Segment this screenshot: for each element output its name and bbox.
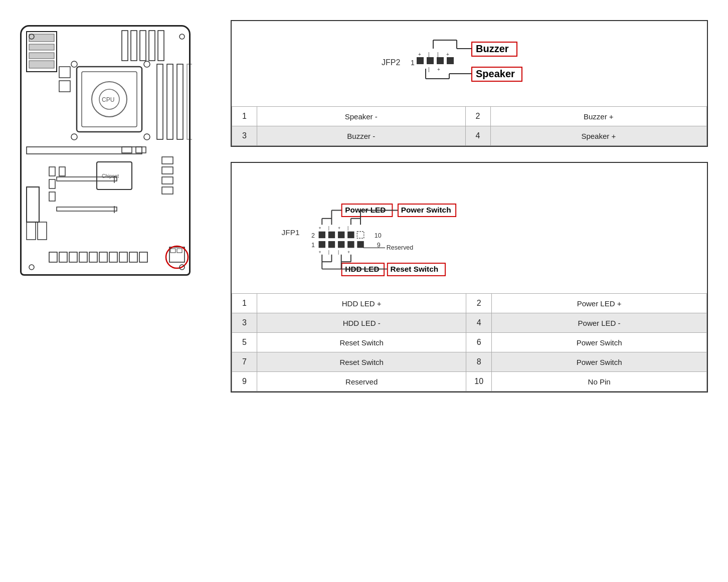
svg-text:+: + (418, 52, 421, 57)
jfp1-diagram-area: JFP1 2 1 10 9 (232, 163, 707, 293)
svg-text:1: 1 (411, 59, 415, 67)
jfp2-table: 1 Speaker - 2 Buzzer + 3 Buzzer - 4 Spea… (232, 106, 707, 146)
svg-rect-47 (139, 252, 147, 262)
svg-rect-42 (89, 252, 97, 262)
jfp1-table: 1 HDD LED + 2 Power LED + 3 HDD LED - 4 … (232, 293, 707, 392)
pin-number: 6 (466, 333, 492, 352)
pin-name: Power LED + (492, 294, 707, 313)
svg-rect-3 (29, 53, 54, 59)
pin-name: Buzzer - (257, 126, 466, 146)
svg-rect-96 (357, 232, 363, 238)
svg-rect-39 (59, 252, 67, 262)
svg-text:+: + (338, 226, 340, 231)
svg-text:|: | (428, 52, 430, 57)
svg-rect-36 (162, 177, 173, 184)
svg-text:+: + (437, 67, 440, 72)
svg-rect-57 (49, 167, 55, 176)
svg-point-21 (71, 134, 77, 140)
svg-rect-45 (119, 252, 127, 262)
svg-text:+: + (446, 52, 449, 57)
svg-text:Power Switch: Power Switch (401, 206, 451, 214)
svg-rect-35 (162, 167, 173, 174)
svg-rect-33 (38, 222, 47, 240)
svg-rect-97 (319, 241, 325, 248)
svg-rect-95 (347, 232, 354, 238)
svg-text:|: | (338, 250, 339, 255)
pin-name: HDD LED - (257, 313, 466, 333)
svg-rect-7 (140, 31, 146, 61)
svg-text:|: | (437, 52, 439, 57)
pin-number: 4 (466, 313, 492, 333)
svg-rect-32 (27, 222, 36, 240)
svg-rect-52 (27, 187, 39, 222)
jfp2-section: JFP2 1 + | | + | + (231, 20, 708, 147)
svg-rect-93 (328, 232, 335, 238)
svg-rect-60 (59, 167, 65, 176)
svg-rect-51 (177, 249, 182, 253)
svg-rect-24 (59, 81, 70, 92)
pin-number: 1 (232, 294, 257, 313)
svg-text:Buzzer: Buzzer (476, 43, 509, 54)
svg-text:|: | (328, 226, 329, 231)
svg-text:1: 1 (311, 242, 315, 249)
left-panel: CPU Chipset (20, 20, 211, 276)
svg-rect-30 (57, 207, 117, 211)
pin-number: 9 (232, 372, 257, 392)
svg-rect-10 (157, 64, 163, 139)
pin-name: Reserved (257, 372, 466, 392)
motherboard-svg: CPU Chipset (22, 27, 192, 277)
pin-number: 5 (232, 333, 257, 352)
right-panel: JFP2 1 + | | + | + (231, 20, 708, 393)
svg-rect-23 (59, 67, 70, 78)
svg-rect-66 (427, 57, 434, 64)
pin-name: Power Switch (492, 352, 707, 372)
pin-name: Power LED - (492, 313, 707, 333)
pin-name: Speaker + (490, 126, 706, 146)
jfp2-diagram-area: JFP2 1 + | | + | + (232, 21, 707, 106)
svg-text:+: + (319, 226, 321, 231)
svg-rect-2 (29, 44, 54, 50)
pin-number: 7 (232, 352, 257, 372)
jfp2-svg: JFP2 1 + | | + | + (351, 31, 602, 96)
svg-rect-38 (49, 252, 57, 262)
svg-rect-1 (29, 34, 54, 42)
pin-name: Speaker - (257, 107, 466, 126)
svg-rect-99 (338, 241, 344, 248)
pin-name: Reset Switch (257, 333, 466, 352)
svg-rect-94 (338, 232, 344, 238)
svg-text:2: 2 (311, 232, 315, 239)
pin-number: 2 (465, 107, 490, 126)
svg-text:JFP1: JFP1 (282, 228, 300, 237)
svg-rect-9 (158, 31, 164, 61)
svg-text:|: | (428, 67, 430, 72)
pin-name: HDD LED + (257, 294, 466, 313)
svg-text:Reserved: Reserved (387, 244, 413, 251)
svg-point-20 (144, 61, 150, 67)
svg-rect-40 (69, 252, 77, 262)
pin-number: 10 (466, 372, 492, 392)
svg-point-22 (144, 134, 150, 140)
svg-text:+: + (319, 250, 321, 255)
svg-rect-65 (417, 57, 424, 64)
svg-rect-67 (437, 57, 444, 64)
svg-text:+: + (347, 250, 350, 255)
pin-number: 8 (466, 352, 492, 372)
svg-rect-4 (29, 61, 54, 68)
svg-rect-50 (170, 249, 175, 253)
jfp1-svg: JFP1 2 1 10 9 (257, 168, 537, 288)
svg-rect-43 (99, 252, 107, 262)
svg-rect-44 (109, 252, 117, 262)
pin-name: Reset Switch (257, 352, 466, 372)
pin-name: No Pin (492, 372, 707, 392)
svg-rect-59 (49, 192, 55, 201)
pin-number: 1 (232, 107, 257, 126)
svg-text:10: 10 (375, 232, 382, 239)
svg-text:Speaker: Speaker (476, 68, 515, 79)
svg-rect-68 (447, 57, 454, 64)
svg-rect-6 (131, 31, 137, 61)
pin-number: 3 (232, 313, 257, 333)
svg-rect-61 (122, 147, 132, 153)
svg-point-54 (179, 34, 185, 39)
svg-rect-46 (129, 252, 137, 262)
pin-number: 4 (465, 126, 490, 146)
